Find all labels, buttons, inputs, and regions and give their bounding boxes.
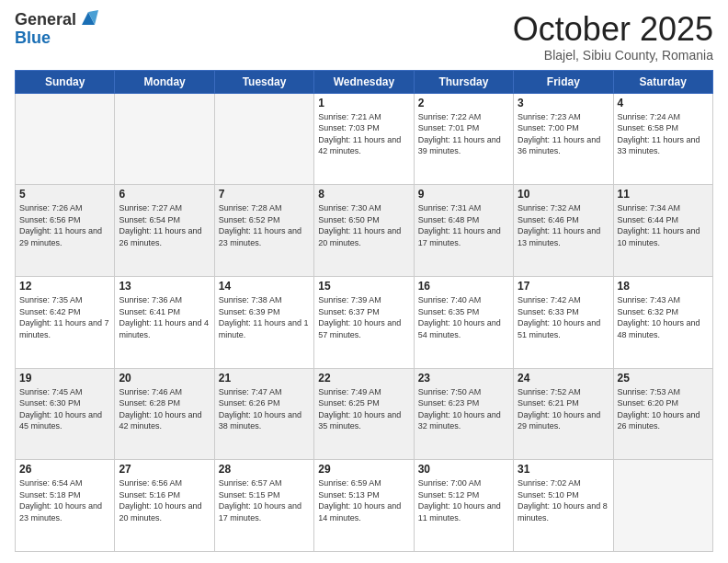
day-info: Sunrise: 7:45 AMSunset: 6:30 PMDaylight:… bbox=[19, 386, 110, 432]
week-row-5: 26Sunrise: 6:54 AMSunset: 5:18 PMDayligh… bbox=[16, 460, 713, 552]
day-cell: 2Sunrise: 7:22 AMSunset: 7:01 PMDaylight… bbox=[414, 93, 513, 185]
day-info: Sunrise: 7:00 AMSunset: 5:12 PMDaylight:… bbox=[418, 477, 509, 523]
day-cell: 12Sunrise: 7:35 AMSunset: 6:42 PMDayligh… bbox=[16, 276, 115, 368]
day-cell bbox=[115, 93, 214, 185]
day-header-monday: Monday bbox=[115, 70, 214, 93]
page: General Blue October 2025 Blajel, Sibiu … bbox=[0, 0, 728, 563]
logo-blue: Blue bbox=[15, 29, 51, 47]
day-cell: 15Sunrise: 7:39 AMSunset: 6:37 PMDayligh… bbox=[314, 276, 414, 368]
day-cell: 9Sunrise: 7:31 AMSunset: 6:48 PMDaylight… bbox=[414, 185, 513, 277]
day-info: Sunrise: 7:28 AMSunset: 6:52 PMDaylight:… bbox=[219, 202, 310, 248]
logo-general: General bbox=[15, 11, 76, 29]
day-cell: 3Sunrise: 7:23 AMSunset: 7:00 PMDaylight… bbox=[514, 93, 613, 185]
day-number: 16 bbox=[418, 280, 509, 293]
day-cell: 5Sunrise: 7:26 AMSunset: 6:56 PMDaylight… bbox=[16, 185, 115, 277]
logo-icon bbox=[78, 8, 98, 29]
day-number: 19 bbox=[19, 372, 110, 385]
calendar-subtitle: Blajel, Sibiu County, Romania bbox=[513, 48, 713, 63]
header-row: SundayMondayTuesdayWednesdayThursdayFrid… bbox=[16, 70, 713, 93]
day-cell: 18Sunrise: 7:43 AMSunset: 6:32 PMDayligh… bbox=[613, 276, 712, 368]
day-header-thursday: Thursday bbox=[414, 70, 513, 93]
day-number: 2 bbox=[418, 97, 509, 109]
day-info: Sunrise: 7:46 AMSunset: 6:28 PMDaylight:… bbox=[119, 386, 210, 432]
day-number: 9 bbox=[418, 188, 509, 201]
day-cell: 17Sunrise: 7:42 AMSunset: 6:33 PMDayligh… bbox=[514, 276, 613, 368]
day-number: 13 bbox=[119, 280, 210, 293]
day-cell: 27Sunrise: 6:56 AMSunset: 5:16 PMDayligh… bbox=[115, 460, 214, 552]
day-info: Sunrise: 7:21 AMSunset: 7:03 PMDaylight:… bbox=[318, 111, 409, 157]
day-info: Sunrise: 7:02 AMSunset: 5:10 PMDaylight:… bbox=[518, 477, 609, 523]
day-number: 23 bbox=[418, 372, 509, 385]
day-info: Sunrise: 7:49 AMSunset: 6:25 PMDaylight:… bbox=[318, 386, 409, 432]
day-info: Sunrise: 7:27 AMSunset: 6:54 PMDaylight:… bbox=[119, 202, 210, 248]
day-cell: 14Sunrise: 7:38 AMSunset: 6:39 PMDayligh… bbox=[214, 276, 313, 368]
day-number: 1 bbox=[318, 97, 409, 109]
day-header-wednesday: Wednesday bbox=[314, 70, 414, 93]
day-number: 3 bbox=[518, 97, 609, 109]
day-cell: 6Sunrise: 7:27 AMSunset: 6:54 PMDaylight… bbox=[115, 185, 214, 277]
week-row-2: 5Sunrise: 7:26 AMSunset: 6:56 PMDaylight… bbox=[16, 185, 713, 277]
day-number: 15 bbox=[318, 280, 409, 293]
day-cell: 7Sunrise: 7:28 AMSunset: 6:52 PMDaylight… bbox=[214, 185, 313, 277]
day-info: Sunrise: 6:56 AMSunset: 5:16 PMDaylight:… bbox=[119, 477, 210, 523]
day-cell: 30Sunrise: 7:00 AMSunset: 5:12 PMDayligh… bbox=[414, 460, 513, 552]
day-header-sunday: Sunday bbox=[16, 70, 115, 93]
day-number: 14 bbox=[219, 280, 310, 293]
day-cell: 11Sunrise: 7:34 AMSunset: 6:44 PMDayligh… bbox=[613, 185, 712, 277]
day-cell: 31Sunrise: 7:02 AMSunset: 5:10 PMDayligh… bbox=[514, 460, 613, 552]
day-cell: 24Sunrise: 7:52 AMSunset: 6:21 PMDayligh… bbox=[514, 368, 613, 460]
day-cell: 1Sunrise: 7:21 AMSunset: 7:03 PMDaylight… bbox=[314, 93, 414, 185]
day-info: Sunrise: 7:24 AMSunset: 6:58 PMDaylight:… bbox=[618, 111, 709, 157]
day-info: Sunrise: 7:23 AMSunset: 7:00 PMDaylight:… bbox=[518, 111, 609, 157]
day-number: 17 bbox=[518, 280, 609, 293]
day-number: 5 bbox=[19, 188, 110, 201]
week-row-3: 12Sunrise: 7:35 AMSunset: 6:42 PMDayligh… bbox=[16, 276, 713, 368]
day-cell: 23Sunrise: 7:50 AMSunset: 6:23 PMDayligh… bbox=[414, 368, 513, 460]
day-number: 20 bbox=[119, 372, 210, 385]
day-number: 25 bbox=[618, 372, 709, 385]
day-info: Sunrise: 7:34 AMSunset: 6:44 PMDaylight:… bbox=[618, 202, 709, 248]
day-cell: 25Sunrise: 7:53 AMSunset: 6:20 PMDayligh… bbox=[613, 368, 712, 460]
day-cell bbox=[613, 460, 712, 552]
day-number: 26 bbox=[19, 463, 110, 476]
calendar-title: October 2025 bbox=[513, 11, 713, 48]
week-row-4: 19Sunrise: 7:45 AMSunset: 6:30 PMDayligh… bbox=[16, 368, 713, 460]
day-info: Sunrise: 7:43 AMSunset: 6:32 PMDaylight:… bbox=[618, 294, 709, 340]
day-number: 10 bbox=[518, 188, 609, 201]
day-cell: 20Sunrise: 7:46 AMSunset: 6:28 PMDayligh… bbox=[115, 368, 214, 460]
day-info: Sunrise: 7:47 AMSunset: 6:26 PMDaylight:… bbox=[219, 386, 310, 432]
day-number: 6 bbox=[119, 188, 210, 201]
day-info: Sunrise: 7:30 AMSunset: 6:50 PMDaylight:… bbox=[318, 202, 409, 248]
day-info: Sunrise: 7:35 AMSunset: 6:42 PMDaylight:… bbox=[19, 294, 110, 340]
day-cell: 26Sunrise: 6:54 AMSunset: 5:18 PMDayligh… bbox=[16, 460, 115, 552]
header: General Blue October 2025 Blajel, Sibiu … bbox=[15, 11, 713, 63]
day-info: Sunrise: 7:40 AMSunset: 6:35 PMDaylight:… bbox=[418, 294, 509, 340]
day-info: Sunrise: 6:54 AMSunset: 5:18 PMDaylight:… bbox=[19, 477, 110, 523]
day-number: 18 bbox=[618, 280, 709, 293]
day-cell: 10Sunrise: 7:32 AMSunset: 6:46 PMDayligh… bbox=[514, 185, 613, 277]
day-info: Sunrise: 7:32 AMSunset: 6:46 PMDaylight:… bbox=[518, 202, 609, 248]
day-number: 28 bbox=[219, 463, 310, 476]
day-cell: 13Sunrise: 7:36 AMSunset: 6:41 PMDayligh… bbox=[115, 276, 214, 368]
day-cell: 22Sunrise: 7:49 AMSunset: 6:25 PMDayligh… bbox=[314, 368, 414, 460]
day-info: Sunrise: 7:38 AMSunset: 6:39 PMDaylight:… bbox=[219, 294, 310, 340]
day-info: Sunrise: 7:36 AMSunset: 6:41 PMDaylight:… bbox=[119, 294, 210, 340]
day-info: Sunrise: 7:42 AMSunset: 6:33 PMDaylight:… bbox=[518, 294, 609, 340]
day-info: Sunrise: 7:22 AMSunset: 7:01 PMDaylight:… bbox=[418, 111, 509, 157]
day-cell: 21Sunrise: 7:47 AMSunset: 6:26 PMDayligh… bbox=[214, 368, 313, 460]
day-number: 7 bbox=[219, 188, 310, 201]
day-cell bbox=[214, 93, 313, 185]
day-cell: 8Sunrise: 7:30 AMSunset: 6:50 PMDaylight… bbox=[314, 185, 414, 277]
logo: General Blue bbox=[15, 11, 98, 48]
day-cell: 19Sunrise: 7:45 AMSunset: 6:30 PMDayligh… bbox=[16, 368, 115, 460]
week-row-1: 1Sunrise: 7:21 AMSunset: 7:03 PMDaylight… bbox=[16, 93, 713, 185]
day-number: 21 bbox=[219, 372, 310, 385]
day-number: 29 bbox=[318, 463, 409, 476]
day-number: 4 bbox=[618, 97, 709, 109]
day-info: Sunrise: 7:50 AMSunset: 6:23 PMDaylight:… bbox=[418, 386, 509, 432]
day-info: Sunrise: 7:31 AMSunset: 6:48 PMDaylight:… bbox=[418, 202, 509, 248]
day-header-tuesday: Tuesday bbox=[214, 70, 313, 93]
day-number: 11 bbox=[618, 188, 709, 201]
day-info: Sunrise: 7:53 AMSunset: 6:20 PMDaylight:… bbox=[618, 386, 709, 432]
day-info: Sunrise: 7:52 AMSunset: 6:21 PMDaylight:… bbox=[518, 386, 609, 432]
